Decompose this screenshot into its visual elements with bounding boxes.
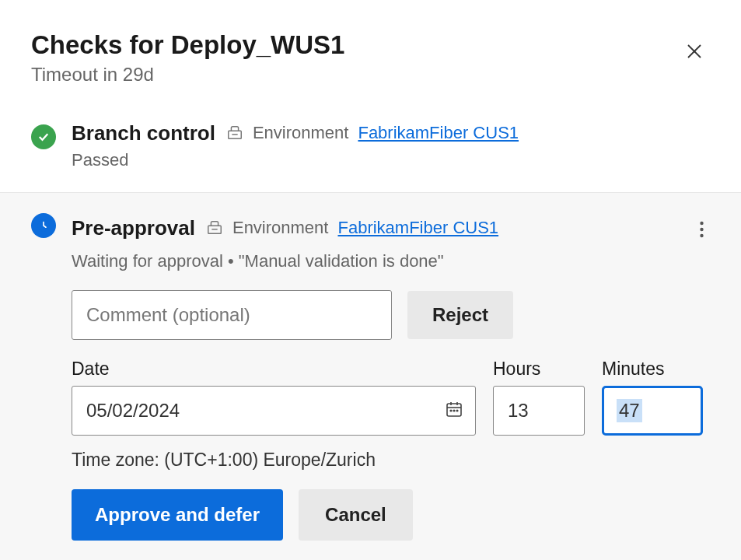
svg-point-8 xyxy=(700,227,703,230)
hours-label: Hours xyxy=(493,359,585,380)
environment-link[interactable]: FabrikamFiber CUS1 xyxy=(337,218,498,238)
dialog-header: Checks for Deploy_WUS1 Timeout in 29d xyxy=(0,0,741,104)
check-status: Waiting for approval • "Manual validatio… xyxy=(72,251,710,271)
cancel-button[interactable]: Cancel xyxy=(299,489,413,541)
date-label: Date xyxy=(72,359,476,380)
environment-link[interactable]: FabrikamFiber CUS1 xyxy=(358,123,519,143)
checks-dialog: Checks for Deploy_WUS1 Timeout in 29d Br… xyxy=(0,0,741,560)
environment-icon xyxy=(206,219,223,236)
clock-icon xyxy=(31,213,56,238)
check-branch-control: Branch control Environment FabrikamFiber… xyxy=(0,104,741,192)
minutes-label: Minutes xyxy=(602,359,703,380)
svg-point-9 xyxy=(700,233,703,236)
check-pre-approval: Pre-approval Environment FabrikamFiber C… xyxy=(0,192,741,560)
svg-point-7 xyxy=(700,221,703,224)
timezone-text: Time zone: (UTC+1:00) Europe/Zurich xyxy=(72,450,710,471)
dialog-subtitle: Timeout in 29d xyxy=(31,64,344,86)
environment-label: Environment xyxy=(232,218,329,238)
close-icon xyxy=(685,51,704,63)
reject-button[interactable]: Reject xyxy=(407,291,513,339)
dialog-title: Checks for Deploy_WUS1 xyxy=(31,30,344,61)
more-vertical-icon xyxy=(700,229,704,240)
minutes-value: 47 xyxy=(617,399,642,422)
approve-defer-button[interactable]: Approve and defer xyxy=(72,489,283,541)
check-status: Passed xyxy=(72,150,710,170)
check-title: Branch control xyxy=(72,121,215,145)
environment-icon xyxy=(226,124,243,142)
date-input[interactable] xyxy=(72,386,476,436)
more-options-button[interactable] xyxy=(694,215,710,247)
minutes-input[interactable]: 47 xyxy=(602,386,703,436)
close-button[interactable] xyxy=(679,36,710,69)
comment-input[interactable] xyxy=(72,290,392,340)
environment-label: Environment xyxy=(253,123,349,143)
hours-input[interactable] xyxy=(493,386,585,436)
check-pass-icon xyxy=(31,124,56,149)
check-title: Pre-approval xyxy=(72,216,195,240)
